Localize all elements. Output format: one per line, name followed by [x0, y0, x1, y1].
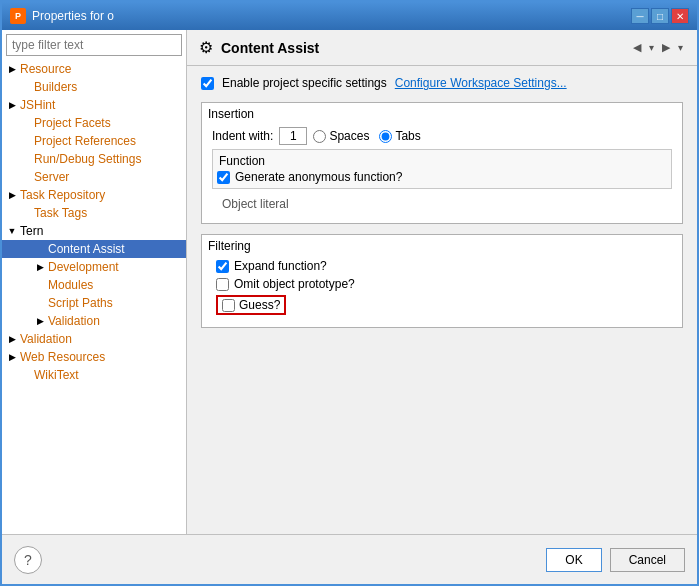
- sidebar-item-label: Run/Debug Settings: [34, 152, 141, 166]
- sidebar-item-label: Server: [34, 170, 69, 184]
- properties-window: P Properties for o ─ □ ✕ ▶ Resource Buil…: [0, 0, 699, 586]
- settings-area: Enable project specific settings Configu…: [187, 66, 697, 534]
- spaces-radio[interactable]: [313, 130, 326, 143]
- sidebar-item-script-paths[interactable]: Script Paths: [2, 294, 186, 312]
- sidebar-item-validation[interactable]: ▶ Validation: [2, 330, 186, 348]
- sidebar: ▶ Resource Builders ▶ JSHint Project Fac…: [2, 30, 187, 534]
- back-dropdown[interactable]: ▾: [647, 40, 656, 55]
- forward-button[interactable]: ▶: [658, 39, 674, 56]
- ok-button[interactable]: OK: [546, 548, 601, 572]
- omit-checkbox[interactable]: [216, 278, 229, 291]
- indent-row: Indent with: Spaces Tabs: [212, 127, 672, 145]
- enable-row: Enable project specific settings Configu…: [201, 76, 683, 90]
- expand-arrow: [20, 117, 32, 129]
- expand-checkbox[interactable]: [216, 260, 229, 273]
- sidebar-item-label: JSHint: [20, 98, 55, 112]
- sidebar-item-project-references[interactable]: Project References: [2, 132, 186, 150]
- guess-row: Guess?: [212, 295, 672, 315]
- sidebar-item-label: Web Resources: [20, 350, 105, 364]
- title-bar: P Properties for o ─ □ ✕: [2, 2, 697, 30]
- sidebar-item-label: Builders: [34, 80, 77, 94]
- expand-row: Expand function?: [212, 259, 672, 273]
- forward-dropdown[interactable]: ▾: [676, 40, 685, 55]
- expand-arrow: [34, 297, 46, 309]
- sidebar-item-development[interactable]: ▶ Development: [2, 258, 186, 276]
- sidebar-item-label: Task Tags: [34, 206, 87, 220]
- sidebar-item-project-facets[interactable]: Project Facets: [2, 114, 186, 132]
- object-literal-label: Object literal: [212, 193, 672, 215]
- sidebar-item-tern[interactable]: ▼ Tern: [2, 222, 186, 240]
- sidebar-item-label: Resource: [20, 62, 71, 76]
- footer: ? OK Cancel: [2, 534, 697, 584]
- tree-area: ▶ Resource Builders ▶ JSHint Project Fac…: [2, 60, 186, 534]
- function-label: Function: [213, 150, 671, 170]
- sidebar-item-jshint[interactable]: ▶ JSHint: [2, 96, 186, 114]
- window-controls: ─ □ ✕: [631, 8, 689, 24]
- spaces-radio-label[interactable]: Spaces: [313, 129, 369, 143]
- configure-link[interactable]: Configure Workspace Settings...: [395, 76, 567, 90]
- expand-arrow: ▶: [6, 99, 18, 111]
- expand-arrow: [34, 279, 46, 291]
- sidebar-item-label: Validation: [20, 332, 72, 346]
- sidebar-item-label: Script Paths: [48, 296, 113, 310]
- expand-arrow: ▶: [34, 315, 46, 327]
- expand-arrow: [20, 369, 32, 381]
- expand-arrow: ▶: [34, 261, 46, 273]
- back-button[interactable]: ◀: [629, 39, 645, 56]
- expand-label: Expand function?: [234, 259, 327, 273]
- tabs-radio[interactable]: [379, 130, 392, 143]
- main-content: ▶ Resource Builders ▶ JSHint Project Fac…: [2, 30, 697, 534]
- sidebar-item-server[interactable]: Server: [2, 168, 186, 186]
- sidebar-item-label: Modules: [48, 278, 93, 292]
- cancel-button[interactable]: Cancel: [610, 548, 685, 572]
- generate-row: Generate anonymous function?: [213, 170, 671, 184]
- sidebar-item-label: Development: [48, 260, 119, 274]
- tabs-radio-label[interactable]: Tabs: [379, 129, 420, 143]
- indent-value-input[interactable]: [279, 127, 307, 145]
- sidebar-item-run-debug[interactable]: Run/Debug Settings: [2, 150, 186, 168]
- footer-buttons: OK Cancel: [546, 548, 685, 572]
- indent-with-label: Indent with:: [212, 129, 273, 143]
- expand-arrow: ▶: [6, 351, 18, 363]
- minimize-button[interactable]: ─: [631, 8, 649, 24]
- expand-arrow: [34, 243, 46, 255]
- sidebar-item-label: Content Assist: [48, 242, 125, 256]
- sidebar-item-label: Project References: [34, 134, 136, 148]
- generate-checkbox[interactable]: [217, 171, 230, 184]
- window-title: Properties for o: [32, 9, 114, 23]
- omit-label: Omit object prototype?: [234, 277, 355, 291]
- filter-input[interactable]: [6, 34, 182, 56]
- expand-arrow: [20, 207, 32, 219]
- header-nav: ◀ ▾ ▶ ▾: [629, 39, 685, 56]
- sidebar-item-content-assist[interactable]: Content Assist: [2, 240, 186, 258]
- expand-arrow: [20, 153, 32, 165]
- sidebar-item-task-repository[interactable]: ▶ Task Repository: [2, 186, 186, 204]
- window-icon: P: [10, 8, 26, 24]
- function-subsection: Function Generate anonymous function?: [212, 149, 672, 189]
- tabs-label: Tabs: [395, 129, 420, 143]
- sidebar-item-validation-tern[interactable]: ▶ Validation: [2, 312, 186, 330]
- insertion-label: Insertion: [202, 103, 682, 123]
- sidebar-item-label: WikiText: [34, 368, 79, 382]
- close-button[interactable]: ✕: [671, 8, 689, 24]
- filtering-section: Filtering Expand function? Omit object p…: [201, 234, 683, 328]
- spaces-label: Spaces: [329, 129, 369, 143]
- maximize-button[interactable]: □: [651, 8, 669, 24]
- sidebar-item-label: Task Repository: [20, 188, 105, 202]
- expand-arrow: ▶: [6, 333, 18, 345]
- guess-label: Guess?: [239, 298, 280, 312]
- generate-label: Generate anonymous function?: [235, 170, 402, 184]
- expand-arrow: [20, 171, 32, 183]
- help-button[interactable]: ?: [14, 546, 42, 574]
- enable-checkbox[interactable]: [201, 77, 214, 90]
- sidebar-item-resource[interactable]: ▶ Resource: [2, 60, 186, 78]
- sidebar-item-task-tags[interactable]: Task Tags: [2, 204, 186, 222]
- expand-arrow: [20, 135, 32, 147]
- expand-arrow: ▶: [6, 189, 18, 201]
- sidebar-item-web-resources[interactable]: ▶ Web Resources: [2, 348, 186, 366]
- sidebar-item-modules[interactable]: Modules: [2, 276, 186, 294]
- sidebar-item-builders[interactable]: Builders: [2, 78, 186, 96]
- guess-checkbox[interactable]: [222, 299, 235, 312]
- filtering-label: Filtering: [202, 235, 682, 255]
- sidebar-item-wikitext[interactable]: WikiText: [2, 366, 186, 384]
